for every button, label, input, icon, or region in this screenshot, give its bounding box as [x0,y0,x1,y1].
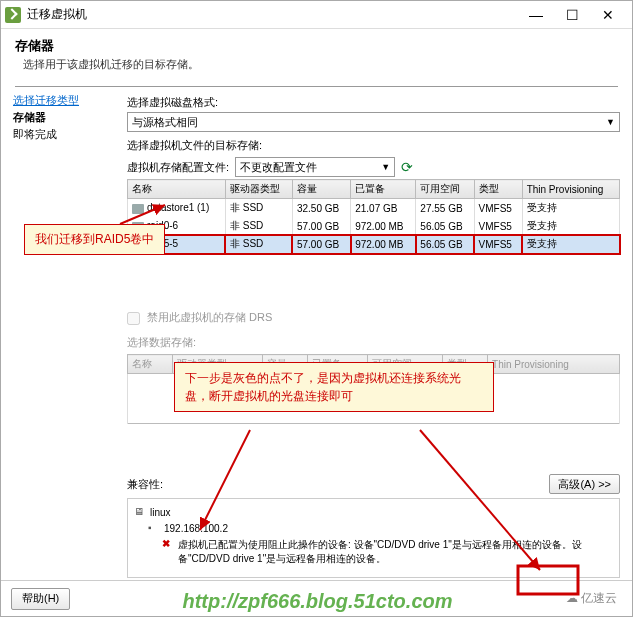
col-name[interactable]: 名称 [128,180,226,199]
window-title: 迁移虚拟机 [27,6,524,23]
storage-profile-dropdown[interactable]: 不更改配置文件 ▼ [235,157,395,177]
storage-profile-label: 虚拟机存储配置文件: [127,158,229,177]
datastore-table[interactable]: 名称 驱动器类型 容量 已置备 可用空间 类型 Thin Provisionin… [127,179,620,254]
disk-format-dropdown[interactable]: 与源格式相同 ▼ [127,112,620,132]
footer-right: < 上一步 下一步 > 取消 [437,588,622,610]
main-area: 选择迁移类型 存储器 即将完成 选择虚拟磁盘格式: 与源格式相同 ▼ 选择虚拟机… [1,87,632,584]
titlebar: 迁移虚拟机 — ☐ ✕ [1,1,632,29]
col-drive[interactable]: 驱动器类型 [225,180,292,199]
col-type[interactable]: 类型 [474,180,522,199]
compat-host-line: ▪ 192.168.100.2 [148,521,613,537]
disable-drs-checkbox [127,312,140,325]
compat-row: 兼容性: 高级(A) >> [127,474,620,494]
dialog-window: 迁移虚拟机 — ☐ ✕ 存储器 选择用于该虚拟机迁移的目标存储。 选择迁移类型 … [0,0,633,617]
advanced-button[interactable]: 高级(A) >> [549,474,620,494]
page-subtitle: 选择用于该虚拟机迁移的目标存储。 [23,57,618,72]
window-controls: — ☐ ✕ [524,7,628,23]
table-row[interactable]: datastore1 (1) 非 SSD 32.50 GB 21.07 GB 2… [128,199,620,218]
refresh-icon[interactable]: ⟳ [401,159,413,175]
col-free[interactable]: 可用空间 [416,180,474,199]
storage-profile-value: 不更改配置文件 [240,160,317,175]
disable-drs-row: 禁用此虚拟机的存储 DRS [127,310,620,325]
close-button[interactable]: ✕ [596,7,620,23]
col-thin[interactable]: Thin Provisioning [522,180,619,199]
disk-format-value: 与源格式相同 [132,115,198,130]
select-datastore-label: 选择数据存储: [127,333,620,352]
disk-format-label: 选择虚拟磁盘格式: [127,93,620,112]
disable-drs-label: 禁用此虚拟机的存储 DRS [147,311,272,323]
footer: 帮助(H) < 上一步 下一步 > 取消 [1,580,632,616]
table-row-selected[interactable]: raid5-5 非 SSD 57.00 GB 972.00 MB 56.05 G… [128,235,620,254]
step-storage[interactable]: 存储器 [13,108,121,125]
content-panel: 选择虚拟磁盘格式: 与源格式相同 ▼ 选择虚拟机文件的目标存储: 虚拟机存储配置… [121,87,632,584]
col-provisioned[interactable]: 已置备 [351,180,416,199]
wizard-steps: 选择迁移类型 存储器 即将完成 [1,87,121,584]
compatibility-box: 🖥 linux ▪ 192.168.100.2 ✖ 虚拟机已配置为使用阻止此操作… [127,498,620,578]
compat-error-line: ✖ 虚拟机已配置为使用阻止此操作的设备: 设备"CD/DVD drive 1"是… [162,537,613,567]
host-icon: ▪ [148,522,162,533]
wizard-header: 存储器 选择用于该虚拟机迁移的目标存储。 [1,29,632,80]
compat-label: 兼容性: [127,477,163,492]
datastore-icon [132,204,144,214]
annotation-callout-2: 下一步是灰色的点不了，是因为虚拟机还连接系统光盘，断开虚拟机的光盘连接即可 [174,362,494,412]
minimize-button[interactable]: — [524,7,548,23]
step-ready: 即将完成 [13,125,121,142]
help-button[interactable]: 帮助(H) [11,588,70,610]
vm-icon: 🖥 [134,506,148,517]
vsphere-icon [5,7,21,23]
target-storage-label: 选择虚拟机文件的目标存储: [127,136,620,155]
step-select-type[interactable]: 选择迁移类型 [13,93,121,108]
maximize-button[interactable]: ☐ [560,7,584,23]
col-capacity[interactable]: 容量 [292,180,350,199]
error-icon: ✖ [162,538,176,549]
table-row[interactable]: raid0-6 非 SSD 57.00 GB 972.00 MB 56.05 G… [128,217,620,235]
chevron-down-icon: ▼ [381,162,390,172]
page-title: 存储器 [15,37,618,55]
compat-vm-line: 🖥 linux [134,505,613,521]
chevron-down-icon: ▼ [606,117,615,127]
annotation-callout-1: 我们迁移到RAID5卷中 [24,224,165,255]
